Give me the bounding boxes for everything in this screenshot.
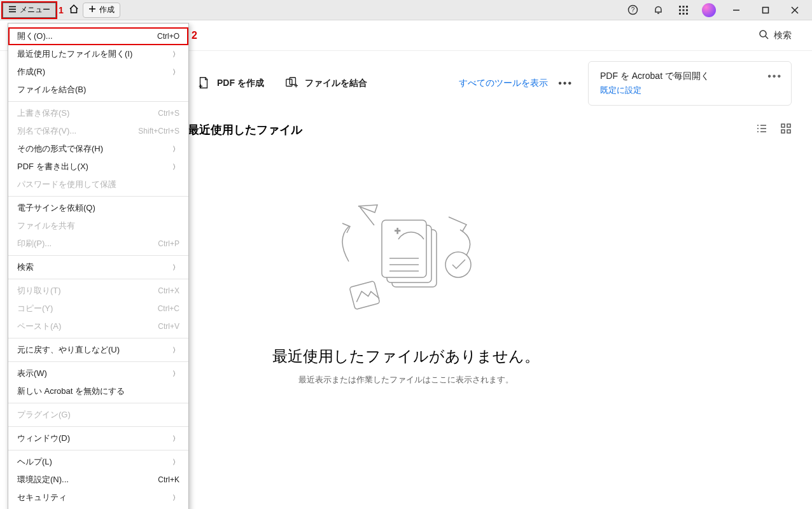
view-list-icon[interactable] <box>756 123 767 137</box>
search-button[interactable]: 検索 <box>759 29 792 41</box>
apps-grid-icon[interactable] <box>671 0 696 20</box>
menu-item-label: 開く(O)... <box>17 31 53 42</box>
bell-icon[interactable] <box>645 0 671 20</box>
menu-item-label: 印刷(P)... <box>17 238 52 249</box>
menu-item-label: その他の形式で保存(H) <box>17 143 103 155</box>
menu-item-label: 切り取り(T) <box>17 285 61 296</box>
svg-rect-9 <box>686 6 688 8</box>
chevron-right-icon: 〉 <box>172 457 179 467</box>
menu-item-label: 環境設定(N)... <box>17 474 69 485</box>
menu-item[interactable]: ウィンドウ(D)〉 <box>8 429 188 447</box>
svg-rect-11 <box>683 9 685 11</box>
annotation-2: 2 <box>192 30 197 41</box>
titlebar: メニュー 1 作成 ? <box>0 0 812 20</box>
svg-rect-37 <box>787 130 790 133</box>
menu-item-shortcut: Ctrl+C <box>158 304 179 313</box>
menu-item-label: 新しい Acrobat を無効にする <box>17 386 125 397</box>
account-avatar[interactable] <box>696 0 722 20</box>
menu-item-label: 作成(R) <box>17 66 45 78</box>
menu-item[interactable]: PDF を書き出し(X)〉 <box>8 158 188 176</box>
menu-item: ペースト(A)Ctrl+V <box>8 317 188 335</box>
menu-item-shortcut: Shift+Ctrl+S <box>138 127 179 136</box>
promo-action-link[interactable]: 既定に設定 <box>600 85 753 96</box>
chevron-right-icon: 〉 <box>172 493 179 503</box>
menu-separator <box>8 255 188 256</box>
menu-item[interactable]: 環境設定(N)...Ctrl+K <box>8 471 188 489</box>
menu-button[interactable]: メニュー <box>3 3 56 18</box>
menu-item[interactable]: 最近使用したファイルを開く(I)〉 <box>8 45 188 63</box>
svg-rect-17 <box>763 7 769 13</box>
create-button-label: 作成 <box>99 4 115 15</box>
menu-item-label: 検索 <box>17 261 34 273</box>
menu-item[interactable]: 開く(O)...Ctrl+O <box>8 27 188 45</box>
menu-item[interactable]: 作成(R)〉 <box>8 63 188 81</box>
view-grid-icon[interactable] <box>780 123 792 137</box>
empty-heading: 最近使用したファイルがありません。 <box>272 346 540 366</box>
svg-rect-7 <box>679 6 681 8</box>
empty-illustration-icon: + <box>323 195 489 331</box>
promo-title: PDF を Acrobat で毎回開く <box>600 71 753 82</box>
menu-item[interactable]: 検索〉 <box>8 258 188 276</box>
create-button[interactable]: 作成 <box>83 3 120 18</box>
menu-item-label: PDF を書き出し(X) <box>17 161 88 172</box>
svg-rect-36 <box>781 130 785 133</box>
menu-item[interactable]: ヘルプ(L)〉 <box>8 453 188 471</box>
chevron-right-icon: 〉 <box>172 263 179 272</box>
svg-rect-10 <box>679 9 681 11</box>
menu-separator <box>8 279 188 279</box>
menu-separator <box>8 426 188 427</box>
recent-files-heading: 最近使用したファイル <box>188 122 302 137</box>
menu-button-label: メニュー <box>20 4 50 15</box>
svg-rect-12 <box>686 9 688 11</box>
menu-item: プラグイン(G) <box>8 406 188 424</box>
menu-item-label: 元に戻す、やり直しなど(U) <box>17 344 120 356</box>
home-button[interactable] <box>66 3 81 18</box>
menu-item: コピー(Y)Ctrl+C <box>8 300 188 317</box>
menu-item: パスワードを使用して保護 <box>8 176 188 193</box>
menu-separator <box>8 403 188 403</box>
hamburger-icon <box>8 5 17 15</box>
menu-item[interactable]: 新しい Acrobat を無効にする <box>8 382 188 400</box>
search-label: 検索 <box>774 30 792 41</box>
menu-item[interactable]: 電子サインを依頼(Q) <box>8 199 188 217</box>
menu-item[interactable]: ファイルを結合(B) <box>8 81 188 99</box>
menu-item[interactable]: その他の形式で保存(H)〉 <box>8 140 188 158</box>
menu-item-shortcut: Ctrl+O <box>157 32 179 41</box>
menu-item: 別名で保存(V)...Shift+Ctrl+S <box>8 122 188 140</box>
menu-item-label: 電子サインを依頼(Q) <box>17 202 95 214</box>
chevron-right-icon: 〉 <box>172 369 179 379</box>
svg-text:+: + <box>395 225 400 236</box>
promo-more-icon[interactable]: ••• <box>767 71 782 82</box>
chevron-right-icon: 〉 <box>172 50 179 59</box>
svg-rect-34 <box>781 124 785 127</box>
menu-item[interactable]: 表示(W)〉 <box>8 365 188 382</box>
combine-icon <box>284 76 298 92</box>
menu-item-label: 最近使用したファイルを開く(I) <box>17 48 132 60</box>
menu-item-shortcut: Ctrl+K <box>158 475 179 484</box>
menu-item[interactable]: 元に戻す、やり直しなど(U)〉 <box>8 341 188 359</box>
svg-rect-24 <box>286 79 292 86</box>
menu-item-label: 別名で保存(V)... <box>17 125 76 137</box>
window-minimize-button[interactable] <box>722 0 751 20</box>
menu-item-label: ファイルを共有 <box>17 220 75 232</box>
window-close-button[interactable] <box>780 0 809 20</box>
menu-item-label: コピー(Y) <box>17 303 53 314</box>
help-icon[interactable]: ? <box>620 0 645 20</box>
window-maximize-button[interactable] <box>751 0 780 20</box>
chevron-right-icon: 〉 <box>172 144 179 154</box>
menu-item[interactable]: セキュリティ〉 <box>8 489 188 506</box>
tool-create-pdf[interactable]: PDF を作成 <box>194 61 267 106</box>
menu-item-label: パスワードを使用して保護 <box>17 179 116 190</box>
svg-text:?: ? <box>631 6 634 13</box>
menu-item-label: ペースト(A) <box>17 321 61 332</box>
tool-create-pdf-label: PDF を作成 <box>217 78 264 89</box>
svg-rect-25 <box>290 77 295 84</box>
menu-separator <box>8 450 188 450</box>
tool-combine[interactable]: ファイルを結合 <box>282 61 370 106</box>
menu-item-label: セキュリティ <box>17 492 67 503</box>
svg-line-21 <box>766 36 768 39</box>
see-all-tools-link[interactable]: すべてのツールを表示 <box>459 78 548 89</box>
annotation-1: 1 <box>59 5 64 15</box>
svg-rect-13 <box>679 13 681 15</box>
tools-more-icon[interactable]: ••• <box>558 78 573 89</box>
